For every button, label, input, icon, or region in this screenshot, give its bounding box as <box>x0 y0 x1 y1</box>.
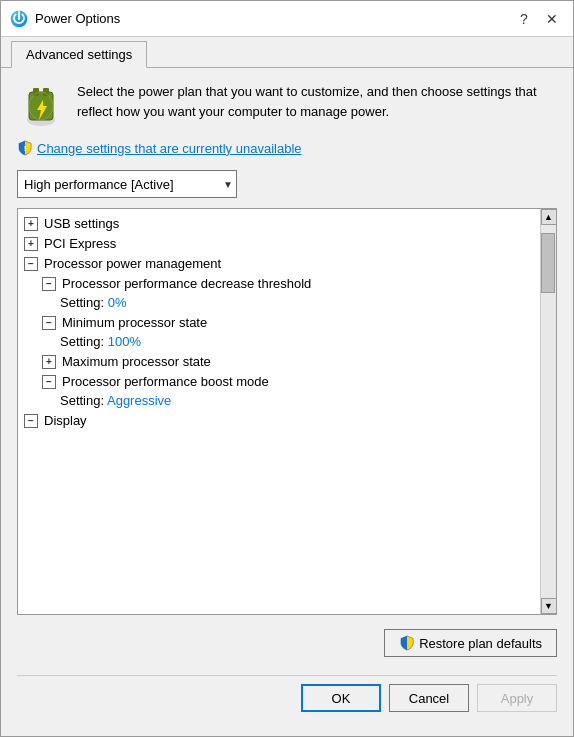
tree-item-display[interactable]: − Display <box>18 410 540 430</box>
tree-item-setting-0pct[interactable]: Setting: 0% <box>18 293 540 312</box>
plan-dropdown[interactable]: High performance [Active] Balanced Power… <box>17 170 237 198</box>
tree-item-setting-aggressive[interactable]: Setting: Aggressive <box>18 391 540 410</box>
dropdown-container: High performance [Active] Balanced Power… <box>17 170 557 198</box>
tree-item-max-processor[interactable]: + Maximum processor state <box>18 351 540 371</box>
expand-icon-usb[interactable]: + <box>24 217 38 231</box>
tree-item-usb-settings[interactable]: + USB settings <box>18 213 540 233</box>
tree-item-setting-100pct[interactable]: Setting: 100% <box>18 332 540 351</box>
change-link[interactable]: ! Change settings that are currently una… <box>17 140 557 156</box>
ok-button[interactable]: OK <box>301 684 381 712</box>
power-options-window: Power Options ? ✕ Advanced settings <box>0 0 574 737</box>
power-plan-icon <box>17 82 65 130</box>
tree-container: + USB settings + PCI Express − Processor <box>17 208 557 615</box>
window-icon <box>9 9 29 29</box>
content-area: Select the power plan that you want to c… <box>1 68 573 736</box>
scrollbar-up-button[interactable]: ▲ <box>541 209 557 225</box>
expand-icon-pci[interactable]: + <box>24 237 38 251</box>
expand-icon-processor[interactable]: − <box>24 257 38 271</box>
restore-defaults-button[interactable]: Restore plan defaults <box>384 629 557 657</box>
action-buttons-row: OK Cancel Apply <box>17 675 557 722</box>
expand-icon-min[interactable]: − <box>42 316 56 330</box>
window-title: Power Options <box>35 11 511 26</box>
svg-text:!: ! <box>24 144 27 153</box>
scrollbar-thumb[interactable] <box>541 233 555 293</box>
expand-icon-display[interactable]: − <box>24 414 38 428</box>
tree-scrollbar[interactable]: ▲ ▼ <box>540 209 556 614</box>
tree-scroll-area[interactable]: + USB settings + PCI Express − Processor <box>18 209 540 614</box>
restore-defaults-row: Restore plan defaults <box>17 625 557 665</box>
scrollbar-down-button[interactable]: ▼ <box>541 598 557 614</box>
expand-icon-boost[interactable]: − <box>42 375 56 389</box>
title-bar-controls: ? ✕ <box>511 7 565 31</box>
scrollbar-track[interactable] <box>541 225 556 598</box>
description-row: Select the power plan that you want to c… <box>17 82 557 130</box>
tree-item-min-processor[interactable]: − Minimum processor state <box>18 312 540 332</box>
title-bar: Power Options ? ✕ <box>1 1 573 37</box>
help-button[interactable]: ? <box>511 7 537 31</box>
expand-icon-max[interactable]: + <box>42 355 56 369</box>
description-text: Select the power plan that you want to c… <box>77 82 557 121</box>
tab-bar: Advanced settings <box>1 37 573 68</box>
tab-advanced-settings[interactable]: Advanced settings <box>11 41 147 68</box>
tree-item-decrease-threshold[interactable]: − Processor performance decrease thresho… <box>18 273 540 293</box>
tree-item-pci-express[interactable]: + PCI Express <box>18 233 540 253</box>
cancel-button[interactable]: Cancel <box>389 684 469 712</box>
expand-icon-decrease[interactable]: − <box>42 277 56 291</box>
plan-dropdown-wrapper: High performance [Active] Balanced Power… <box>17 170 237 198</box>
apply-button[interactable]: Apply <box>477 684 557 712</box>
restore-shield-icon <box>399 635 415 651</box>
shield-icon: ! <box>17 140 33 156</box>
tree-item-processor-power[interactable]: − Processor power management <box>18 253 540 273</box>
tree-item-boost-mode[interactable]: − Processor performance boost mode <box>18 371 540 391</box>
restore-button-label: Restore plan defaults <box>419 636 542 651</box>
close-button[interactable]: ✕ <box>539 7 565 31</box>
